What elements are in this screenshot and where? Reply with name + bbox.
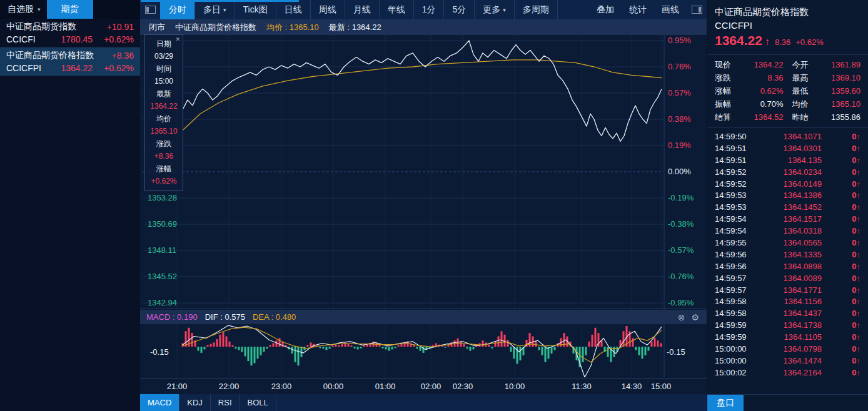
- trade-qty: 0↑: [844, 144, 860, 153]
- trade-tick-row: 14:59:521364.02340↑: [715, 166, 860, 178]
- toolbar-tab-Tick图[interactable]: Tick图: [235, 0, 276, 19]
- stat-value: 1364.22: [740, 60, 784, 69]
- instrument-price: 1780.45: [61, 34, 93, 44]
- toolbar-action-叠加[interactable]: 叠加: [589, 0, 622, 19]
- up-arrow-icon: ↑: [857, 368, 861, 377]
- close-indicator-icon[interactable]: ⊗: [678, 313, 685, 322]
- toolbar-tab-多周期[interactable]: 多周期: [514, 0, 558, 19]
- toolbar-action-统计[interactable]: 统计: [622, 0, 654, 19]
- instrument-name: 中证商品期货价格指数: [6, 50, 94, 61]
- trade-price: 1364.1071: [761, 132, 844, 141]
- market-status: 闭市: [149, 22, 165, 33]
- trade-price: 1364.1437: [761, 309, 844, 318]
- toolbar-tab-日线[interactable]: 日线: [276, 0, 310, 19]
- stat-value: 1369.10: [817, 73, 861, 82]
- trade-time: 14:59:58: [715, 297, 761, 306]
- collapse-left-panel-icon: [145, 6, 156, 14]
- chevron-down-icon: ▾: [223, 7, 226, 13]
- up-arrow-icon: ↑: [857, 214, 861, 224]
- indicator-tab-KDJ[interactable]: KDJ: [179, 394, 211, 411]
- trade-time: 14:59:59: [715, 320, 761, 330]
- tooltip-label: 最新: [145, 87, 183, 100]
- period-toolbar: 分时多日▾Tick图日线周线月线年线1分5分更多▾多周期 叠加统计画线: [140, 0, 707, 20]
- trade-time: 14:59:56: [715, 250, 761, 259]
- indicator-tab-MACD[interactable]: MACD: [140, 394, 179, 411]
- toolbar-action-画线[interactable]: 画线: [654, 0, 687, 19]
- price-chart-canvas[interactable]: [140, 35, 664, 309]
- toolbar-tab-5分[interactable]: 5分: [443, 0, 474, 19]
- toolbar-tab-更多[interactable]: 更多▾: [474, 0, 514, 19]
- quote-stats: 现价1364.22今开1361.89涨跌8.36最高1369.10涨幅0.62%…: [707, 55, 868, 128]
- chart-main-area: 分时多日▾Tick图日线周线月线年线1分5分更多▾多周期 叠加统计画线 闭市 中…: [140, 0, 707, 411]
- sidebar-item-CCICFI[interactable]: 中证商品期货指数+10.91CCICFI1780.45+0.62%: [0, 19, 140, 47]
- up-arrow-icon: ↑: [857, 344, 861, 354]
- up-arrow-icon: ↑: [857, 332, 861, 342]
- stat-label: 最高: [792, 72, 817, 84]
- stat-value: 1364.52: [740, 112, 784, 122]
- trade-tick-row: 14:59:571364.17710↑: [715, 284, 860, 296]
- trade-tick-row: 14:59:561364.13350↑: [715, 249, 860, 260]
- trade-time: 14:59:50: [715, 132, 761, 141]
- trade-price: 1364.0089: [761, 274, 844, 283]
- up-arrow-icon: ↑: [857, 179, 861, 189]
- close-icon[interactable]: ×: [173, 34, 182, 44]
- instrument-percent: +0.62%: [104, 34, 134, 44]
- indicator-tab-RSI[interactable]: RSI: [211, 394, 240, 411]
- up-arrow-icon: ↑: [765, 34, 770, 50]
- trade-tick-row: 14:59:561364.08980↑: [715, 260, 860, 272]
- up-arrow-icon: ↑: [857, 285, 861, 295]
- quote-title: 中证商品期货价格指数: [715, 5, 860, 19]
- toolbar-accent-strip: [141, 0, 299, 2]
- toolbar-tab-周线[interactable]: 周线: [310, 0, 345, 19]
- trade-tick-list[interactable]: 14:59:501364.10710↑14:59:511364.03010↑14…: [707, 128, 868, 379]
- trade-price: 1364.1771: [761, 285, 844, 295]
- macd-chart-canvas[interactable]: [140, 324, 664, 377]
- watchlist-dropdown[interactable]: 自选股 ▾: [1, 1, 47, 17]
- trade-price: 1364.135: [761, 156, 844, 165]
- trade-qty: 0↑: [844, 191, 860, 200]
- collapse-left-panel-button[interactable]: [140, 0, 160, 19]
- trade-qty: 0↑: [844, 214, 860, 224]
- tooltip-value: 1364.22: [145, 100, 183, 112]
- trade-qty: 0↑: [844, 332, 860, 342]
- tab-futures[interactable]: 期货: [47, 0, 93, 19]
- up-arrow-icon: ↑: [857, 250, 861, 259]
- trade-tick-row: 14:59:551364.05650↑: [715, 237, 860, 249]
- stat-value: 0.62%: [740, 86, 784, 96]
- indicator-tab-BOLL[interactable]: BOLL: [240, 394, 276, 411]
- toolbar-tab-分时[interactable]: 分时: [160, 0, 194, 19]
- trade-tick-row: 14:59:501364.10710↑: [715, 131, 860, 142]
- toolbar-tab-年线[interactable]: 年线: [379, 0, 413, 19]
- trade-price: 1364.2164: [761, 368, 844, 377]
- trade-qty: 0↑: [844, 344, 860, 354]
- trade-qty: 0↑: [844, 156, 860, 165]
- trade-price: 1364.0798: [761, 344, 844, 354]
- toolbar-tab-多日[interactable]: 多日▾: [194, 0, 235, 19]
- stat-value: 0.70%: [740, 99, 784, 109]
- collapse-right-panel-button[interactable]: [687, 0, 707, 19]
- gear-icon[interactable]: ⚙: [691, 313, 699, 322]
- toolbar-tab-1分[interactable]: 1分: [413, 0, 444, 19]
- up-arrow-icon: ↑: [857, 156, 861, 165]
- up-arrow-icon: ↑: [857, 274, 861, 283]
- trade-qty: 0↑: [844, 179, 860, 189]
- trade-time: 14:59:52: [715, 167, 761, 177]
- trade-tick-row: 14:59:591364.11050↑: [715, 331, 860, 343]
- instrument-name-row: 中证商品期货指数+10.91: [6, 21, 134, 33]
- trade-time: 14:59:54: [715, 226, 761, 235]
- tooltip-value: +0.62%: [145, 175, 183, 187]
- up-arrow-icon: ↑: [857, 356, 861, 365]
- quote-code: CCICFPI: [715, 19, 860, 32]
- quote-price-row: 1364.22 ↑ 8.36 +0.62%: [715, 32, 860, 51]
- trade-qty: 0↑: [844, 368, 860, 377]
- trade-time: 14:59:56: [715, 262, 761, 271]
- toolbar-tab-月线[interactable]: 月线: [345, 0, 379, 19]
- sidebar-item-CCICFPI[interactable]: 中证商品期货价格指数+8.36CCICFPI1364.22+0.62%: [0, 47, 140, 76]
- trade-tick-row: 14:59:591364.17380↑: [715, 319, 860, 331]
- stat-label: 涨幅: [715, 86, 740, 97]
- tab-order-book[interactable]: 盘口: [707, 395, 744, 411]
- crosshair-tooltip: × 日期03/29时间15:00最新1364.22均价1365.10涨跌+8.3…: [144, 34, 183, 191]
- tooltip-label: 均价: [145, 112, 183, 125]
- up-arrow-icon: ↑: [857, 226, 861, 235]
- quote-change: 8.36: [775, 34, 790, 51]
